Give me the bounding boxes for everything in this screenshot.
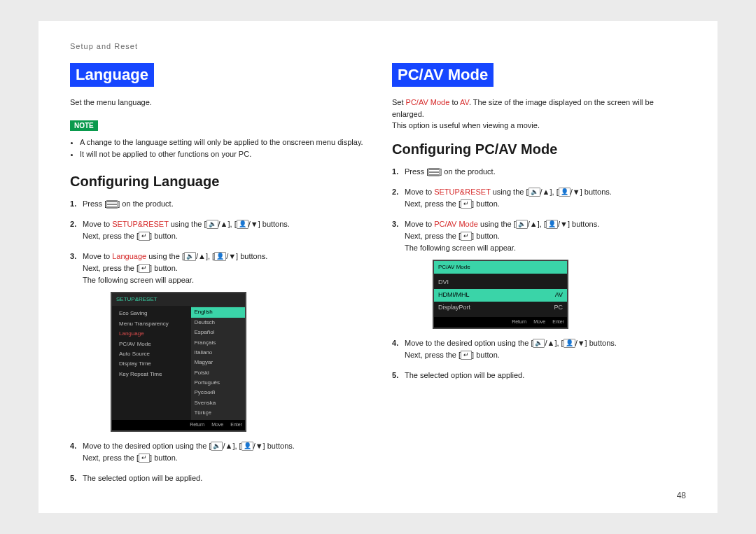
accent-text: Language: [112, 252, 146, 260]
osd-screenshot-pcav: PC/AV Mode DVI HDMI/MHL AV Disp: [433, 260, 568, 329]
intro-text: Set PC/AV Mode to AV. The size of the im…: [392, 97, 686, 132]
step-item: The selected option will be applied.: [392, 370, 686, 381]
menu-icon: [428, 168, 440, 176]
up-arrow-icon: [547, 339, 555, 347]
person-icon: [237, 220, 248, 229]
up-arrow-icon: [220, 220, 228, 228]
osd-row-highlighted: HDMI/MHL AV: [434, 289, 567, 302]
person-icon: [214, 252, 226, 261]
section-title-pcav: PC/AV Mode: [392, 63, 493, 87]
up-arrow-icon: [225, 442, 233, 450]
up-arrow-icon: [530, 220, 538, 228]
volume-icon: [533, 339, 545, 348]
subheading-configuring-pcav: Configuring PC/AV Mode: [392, 141, 686, 157]
step-item: Move to Language using the [/], [/] butt…: [70, 251, 364, 432]
steps-list: Press [] on the product. Move to SETUP&R…: [392, 166, 686, 381]
note-item: It will not be applied to other function…: [80, 148, 364, 161]
down-arrow-icon: [251, 220, 258, 228]
person-icon: [559, 188, 570, 197]
right-column: PC/AV Mode Set PC/AV Mode to AV. The siz…: [392, 63, 686, 493]
enter-icon: [461, 232, 472, 241]
osd-screenshot-language: SETUP&RESET Eco Saving Menu Transparency…: [111, 292, 246, 432]
down-arrow-icon: [560, 220, 568, 228]
enter-icon: [139, 264, 150, 273]
volume-icon: [516, 220, 528, 229]
enter-icon: [461, 199, 472, 209]
person-icon: [564, 339, 575, 348]
accent-text: SETUP&RESET: [112, 220, 169, 228]
page-number: 48: [677, 491, 686, 500]
osd-right-list: English Deutsch Español Français Italian…: [191, 306, 245, 419]
accent-text: PC/AV Mode: [434, 220, 478, 228]
note-list: A change to the language setting will on…: [70, 136, 364, 161]
section-title-language: Language: [70, 63, 154, 87]
step-item: Move to SETUP&RESET using the [/], [/] b…: [392, 186, 686, 210]
manual-page: Setup and Reset Language Set the menu la…: [38, 21, 718, 513]
osd-row: DVI: [438, 276, 563, 289]
menu-icon: [106, 200, 118, 209]
person-icon: [241, 442, 253, 451]
volume-icon: [211, 442, 223, 451]
osd-header: SETUP&RESET: [112, 293, 245, 306]
enter-icon: [139, 454, 150, 463]
steps-list: Press [] on the product. Move to SETUP&R…: [70, 198, 364, 484]
step-item: Move to the desired option using the [/]…: [392, 337, 686, 361]
left-column: Language Set the menu language. NOTE A c…: [70, 63, 364, 493]
osd-footer: Return Move Enter: [434, 317, 567, 328]
osd-header: PC/AV Mode: [434, 261, 567, 274]
step-item: Move to the desired option using the [/]…: [70, 440, 364, 464]
volume-icon: [184, 252, 196, 261]
down-arrow-icon: [578, 339, 585, 347]
person-icon: [546, 220, 558, 229]
intro-text: Set the menu language.: [70, 97, 364, 108]
step-item: Move to PC/AV Mode using the [/], [/] bu…: [392, 218, 686, 329]
step-item: Press [] on the product.: [70, 198, 364, 210]
down-arrow-icon: [228, 252, 236, 260]
osd-left-list: Eco Saving Menu Transparency Language PC…: [112, 306, 191, 419]
down-arrow-icon: [255, 442, 263, 450]
step-item: The selected option will be applied.: [70, 472, 364, 484]
accent-text: PC/AV Mode: [406, 98, 450, 106]
down-arrow-icon: [573, 188, 580, 196]
step-item: Move to SETUP&RESET using the [/], [/] b…: [70, 218, 364, 242]
subheading-configuring-language: Configuring Language: [70, 174, 364, 190]
breadcrumb: Setup and Reset: [70, 42, 686, 50]
enter-icon: [139, 232, 150, 241]
up-arrow-icon: [542, 188, 550, 196]
osd-footer: Return Move Enter: [112, 420, 245, 430]
accent-text: SETUP&RESET: [434, 188, 491, 196]
volume-icon: [528, 188, 540, 197]
volume-icon: [206, 220, 218, 229]
note-item: A change to the language setting will on…: [80, 136, 364, 149]
two-column-layout: Language Set the menu language. NOTE A c…: [70, 63, 686, 493]
step-item: Press [] on the product.: [392, 166, 686, 178]
enter-icon: [461, 351, 472, 360]
accent-text: AV: [460, 98, 469, 106]
osd-row: DisplayPort PC: [438, 302, 563, 314]
note-badge: NOTE: [70, 120, 98, 131]
up-arrow-icon: [198, 252, 206, 260]
